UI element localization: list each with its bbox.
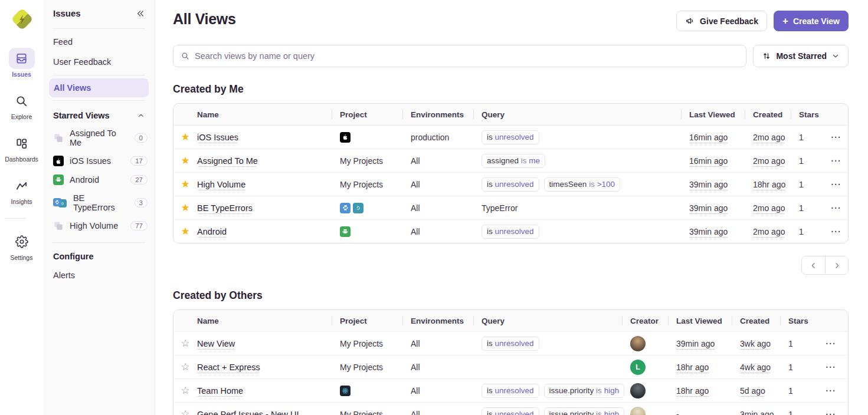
last-viewed-cell: 39min ago [689, 203, 728, 213]
sidebar-item-feed[interactable]: Feed [43, 32, 155, 52]
row-menu-button[interactable]: ⋯ [831, 203, 841, 213]
starred-view-label: Assigned To Me [70, 129, 129, 147]
create-view-button[interactable]: + Create View [774, 11, 849, 31]
column-header-environments: Environments [411, 110, 482, 119]
issue-count-badge: 77 [130, 221, 148, 230]
collapse-starred-icon[interactable] [137, 111, 145, 120]
last-viewed-cell: 39min ago [676, 339, 715, 348]
table-row: ★ BE TypeErrors All TypeError 39min ago … [173, 196, 848, 219]
issue-count-badge: 27 [130, 175, 148, 185]
table-row: ★ iOS Issues production is unresolved 16… [173, 125, 848, 149]
column-header-project: Project [340, 110, 411, 119]
view-name-link[interactable]: iOS Issues [197, 133, 238, 142]
pagination [801, 256, 849, 275]
table-row: ☆ React + Express My Projects All L 18hr… [173, 355, 848, 378]
row-menu-button[interactable]: ⋯ [831, 156, 841, 166]
creator-avatar[interactable] [630, 407, 646, 415]
project-label: My Projects [340, 339, 383, 348]
row-menu-button[interactable]: ⋯ [831, 179, 841, 189]
sidebar-item-all-views[interactable]: All Views [49, 78, 149, 97]
sort-button[interactable]: Most Starred [753, 45, 849, 67]
project-icons [340, 386, 411, 396]
main-content: All Views Give Feedback + Create View [155, 0, 868, 415]
query-chip: is unresolved [482, 337, 539, 351]
row-menu-button[interactable]: ⋯ [826, 409, 836, 415]
search-views-container [173, 45, 746, 67]
query-chip: assigned is me [482, 154, 545, 168]
view-name-link[interactable]: High Volume [197, 180, 245, 189]
pagination-next-button[interactable] [825, 256, 848, 274]
sidebar-item-alerts[interactable]: Alerts [43, 265, 155, 285]
issues-icon [9, 48, 35, 69]
row-menu-button[interactable]: ⋯ [826, 362, 836, 372]
star-toggle[interactable]: ☆ [181, 409, 189, 415]
apple-project-icon [53, 156, 64, 166]
rail-item-settings[interactable]: Settings [5, 231, 38, 261]
table-row: ☆ Gene Perf Issues - New UI My Projects … [173, 402, 848, 415]
row-menu-button[interactable]: ⋯ [826, 338, 836, 348]
view-name-link[interactable]: React + Express [197, 363, 260, 372]
row-menu-button[interactable]: ⋯ [831, 132, 841, 142]
star-toggle[interactable]: ☆ [181, 362, 189, 372]
pagination-prev-button[interactable] [802, 256, 825, 274]
star-toggle[interactable]: ☆ [181, 338, 189, 348]
last-viewed-cell: - [676, 410, 679, 415]
rail-item-label: Explore [11, 113, 32, 120]
rail-item-issues[interactable]: Issues [5, 48, 38, 78]
query-chip: is unresolved [482, 177, 539, 192]
rail-divider [5, 218, 26, 219]
sidebar-divider [53, 28, 145, 29]
app-logo[interactable] [10, 7, 34, 31]
table-row: ★ High Volume My Projects All is unresol… [173, 172, 848, 196]
star-toggle[interactable]: ★ [181, 179, 189, 189]
creator-avatar[interactable] [630, 336, 646, 351]
created-by-others-table: NameProjectEnvironmentsQueryCreatorLast … [173, 309, 849, 415]
starred-view-android[interactable]: Android 27 [43, 170, 155, 189]
megaphone-icon [685, 16, 695, 26]
view-name-link[interactable]: New View [197, 339, 235, 348]
collapse-sidebar-icon[interactable] [136, 9, 145, 18]
query-chip: is unresolved [482, 225, 539, 239]
star-toggle[interactable]: ★ [181, 203, 189, 213]
environments-cell: All [411, 203, 420, 213]
give-feedback-button[interactable]: Give Feedback [676, 11, 767, 31]
view-name-link[interactable]: Android [197, 227, 227, 236]
query-chip: is unresolved [482, 130, 539, 144]
search-input[interactable] [195, 51, 739, 61]
stars-count-cell: 1 [788, 410, 793, 415]
rail-item-label: Insights [11, 198, 32, 205]
row-menu-button[interactable]: ⋯ [826, 386, 836, 396]
starred-view-ios-issues[interactable]: iOS Issues 17 [43, 151, 155, 170]
stars-count-cell: 1 [799, 133, 804, 142]
created-cell: 5d ago [740, 386, 765, 396]
view-name-link[interactable]: Team Home [197, 386, 243, 396]
creator-avatar[interactable] [630, 383, 646, 398]
rail-item-explore[interactable]: Explore [5, 90, 38, 120]
view-name-link[interactable]: Gene Perf Issues - New UI [197, 410, 299, 415]
star-toggle[interactable]: ★ [181, 132, 189, 142]
table-row: ☆ Team Home All is unresolvedissue.prior… [173, 378, 848, 402]
insights-icon [9, 175, 35, 196]
created-cell: 2mo ago [753, 227, 785, 236]
project-icons [340, 203, 411, 213]
view-name-link[interactable]: BE TypeErrors [197, 203, 253, 213]
star-toggle[interactable]: ★ [181, 156, 189, 166]
creator-avatar[interactable]: L [630, 360, 646, 375]
rail-item-dashboards[interactable]: Dashboards [5, 133, 38, 163]
python-project-icon [340, 203, 351, 213]
star-toggle[interactable]: ★ [181, 226, 189, 236]
query-cell: assigned is me [482, 154, 689, 168]
view-name-link[interactable]: Assigned To Me [197, 156, 258, 166]
table-row: ☆ New View My Projects All is unresolved… [173, 331, 848, 355]
rail-item-insights[interactable]: Insights [5, 175, 38, 205]
starred-view-be-typeerrors[interactable]: BE TypeErrors 3 [43, 189, 155, 216]
starred-view-high-volume[interactable]: High Volume 77 [43, 216, 155, 235]
sidebar-item-user-feedback[interactable]: User Feedback [43, 52, 155, 72]
logo-bolt-icon [16, 12, 28, 27]
row-menu-button[interactable]: ⋯ [831, 226, 841, 236]
sidebar-title: Issues [53, 8, 81, 18]
star-toggle[interactable]: ☆ [181, 386, 189, 396]
starred-view-assigned-to-me[interactable]: Assigned To Me 0 [43, 124, 155, 151]
created-cell: 2mo ago [753, 156, 785, 166]
sidebar-starred-list: Assigned To Me 0 iOS Issues 17 Android 2… [43, 124, 155, 235]
